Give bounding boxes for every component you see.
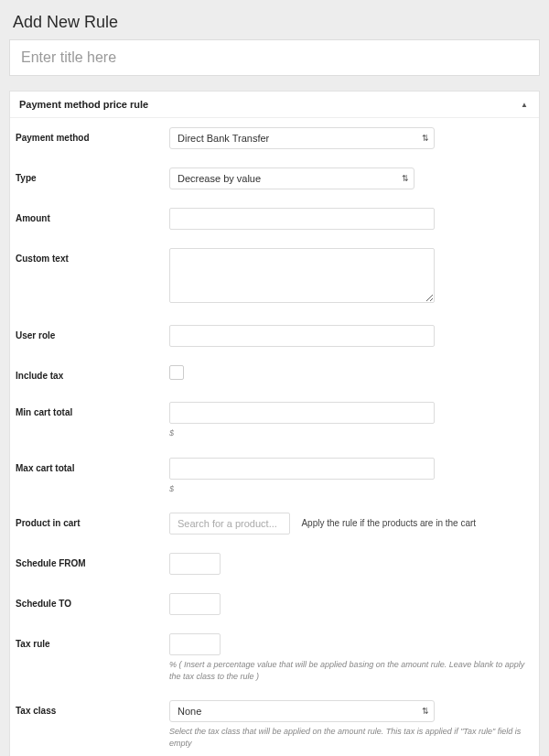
min-cart-input[interactable] bbox=[169, 402, 435, 424]
metabox-header[interactable]: Payment method price rule ▲ bbox=[10, 92, 539, 118]
metabox-title: Payment method price rule bbox=[19, 99, 148, 110]
label-user-role: User role bbox=[16, 325, 169, 340]
schedule-from-input[interactable] bbox=[169, 553, 221, 575]
product-in-cart-note: Apply the rule if the products are in th… bbox=[301, 518, 476, 528]
rule-title-input[interactable] bbox=[9, 39, 540, 76]
row-tax-class: Tax class None ⇅ Select the tax class th… bbox=[10, 691, 539, 756]
row-payment-method: Payment method Direct Bank Transfer ⇅ bbox=[10, 118, 539, 158]
include-tax-checkbox[interactable] bbox=[169, 365, 184, 380]
row-custom-text: Custom text bbox=[10, 239, 539, 316]
label-payment-method: Payment method bbox=[16, 127, 169, 143]
label-custom-text: Custom text bbox=[16, 248, 169, 264]
row-schedule-to: Schedule TO bbox=[10, 584, 539, 624]
row-schedule-from: Schedule FROM bbox=[10, 544, 539, 584]
row-amount: Amount bbox=[10, 199, 539, 239]
product-search-input[interactable] bbox=[169, 513, 290, 535]
tax-class-hint: Select the tax class that will be applie… bbox=[169, 726, 530, 749]
payment-method-select[interactable]: Direct Bank Transfer bbox=[169, 127, 435, 149]
tax-rule-input[interactable] bbox=[169, 633, 221, 655]
label-tax-rule: Tax rule bbox=[16, 633, 169, 649]
label-tax-class: Tax class bbox=[16, 700, 169, 716]
label-max-cart: Max cart total bbox=[16, 458, 169, 473]
row-max-cart: Max cart total $ bbox=[10, 448, 539, 504]
label-type: Type bbox=[16, 167, 169, 183]
tax-class-select[interactable]: None bbox=[169, 700, 435, 722]
label-schedule-to: Schedule TO bbox=[16, 593, 169, 609]
label-include-tax: Include tax bbox=[16, 365, 169, 381]
min-cart-suffix: $ bbox=[169, 427, 530, 439]
max-cart-suffix: $ bbox=[169, 483, 530, 495]
row-min-cart: Min cart total $ bbox=[10, 393, 539, 448]
label-schedule-from: Schedule FROM bbox=[16, 553, 169, 568]
row-include-tax: Include tax bbox=[10, 356, 539, 393]
type-select[interactable]: Decrease by value bbox=[169, 167, 414, 189]
amount-input[interactable] bbox=[169, 208, 435, 230]
label-product-in-cart: Product in cart bbox=[16, 513, 169, 528]
rule-metabox: Payment method price rule ▲ Payment meth… bbox=[9, 91, 540, 756]
label-amount: Amount bbox=[16, 208, 169, 223]
metabox-toggle-icon[interactable]: ▲ bbox=[519, 101, 530, 109]
page-title: Add New Rule bbox=[13, 13, 540, 32]
user-role-input[interactable] bbox=[169, 325, 435, 347]
page-root: Add New Rule Payment method price rule ▲… bbox=[0, 0, 549, 756]
row-tax-rule: Tax rule % ( Insert a percentage value t… bbox=[10, 624, 539, 691]
label-min-cart: Min cart total bbox=[16, 402, 169, 417]
custom-text-textarea[interactable] bbox=[169, 248, 435, 303]
row-product-in-cart: Product in cart Apply the rule if the pr… bbox=[10, 503, 539, 544]
tax-rule-hint: % ( Insert a percentage value that will … bbox=[169, 659, 530, 682]
row-type: Type Decrease by value ⇅ bbox=[10, 158, 539, 199]
schedule-to-input[interactable] bbox=[169, 593, 221, 615]
max-cart-input[interactable] bbox=[169, 458, 435, 480]
row-user-role: User role bbox=[10, 316, 539, 356]
